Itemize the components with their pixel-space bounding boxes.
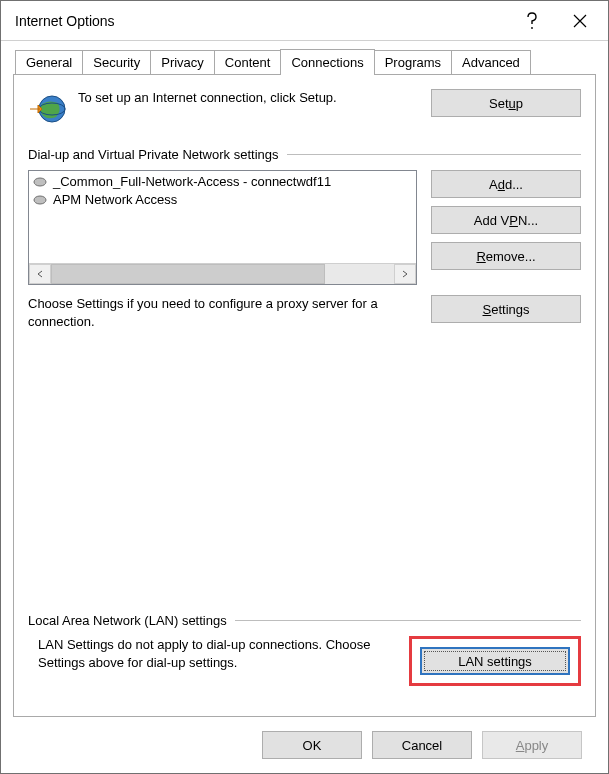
list-item-label: _Common_Full-Network-Access - connectwdf… — [53, 173, 331, 191]
globe-icon — [28, 89, 68, 129]
connection-icon — [33, 194, 47, 206]
tab-body-connections: To set up an Internet connection, click … — [13, 74, 596, 717]
add-button[interactable]: Add... — [431, 170, 581, 198]
svg-point-0 — [531, 27, 533, 29]
internet-options-dialog: Internet Options General Security Privac… — [0, 0, 609, 774]
dvpn-group-label: Dial-up and Virtual Private Network sett… — [28, 147, 279, 162]
apply-button[interactable]: Apply — [482, 731, 582, 759]
ok-button[interactable]: OK — [262, 731, 362, 759]
lan-settings-button[interactable]: LAN settings — [420, 647, 570, 675]
svg-point-4 — [34, 196, 46, 204]
dialog-footer: OK Cancel Apply — [13, 717, 596, 773]
lan-group: Local Area Network (LAN) settings LAN Se… — [28, 595, 581, 686]
connections-listbox[interactable]: _Common_Full-Network-Access - connectwdf… — [28, 170, 417, 285]
dvpn-body: _Common_Full-Network-Access - connectwdf… — [28, 170, 581, 285]
setup-instruction: To set up an Internet connection, click … — [78, 89, 421, 107]
tab-advanced[interactable]: Advanced — [451, 50, 531, 74]
tab-security[interactable]: Security — [82, 50, 151, 74]
divider — [287, 154, 582, 155]
divider — [235, 620, 581, 621]
lan-group-header: Local Area Network (LAN) settings — [28, 613, 581, 628]
list-item[interactable]: APM Network Access — [33, 191, 412, 209]
window-title: Internet Options — [15, 13, 508, 29]
tab-general[interactable]: General — [15, 50, 83, 74]
add-vpn-button[interactable]: Add VPN... — [431, 206, 581, 234]
close-icon — [573, 14, 587, 28]
tab-programs[interactable]: Programs — [374, 50, 452, 74]
chevron-right-icon — [401, 270, 409, 278]
title-bar: Internet Options — [1, 1, 608, 41]
help-button[interactable] — [508, 1, 556, 41]
dvpn-group-header: Dial-up and Virtual Private Network sett… — [28, 147, 581, 162]
tab-privacy[interactable]: Privacy — [150, 50, 215, 74]
scroll-track[interactable] — [51, 264, 394, 284]
lan-button-highlight: LAN settings — [409, 636, 581, 686]
chevron-left-icon — [36, 270, 44, 278]
scroll-left-button[interactable] — [29, 264, 51, 284]
tab-strip: General Security Privacy Content Connect… — [15, 49, 596, 74]
setup-row: To set up an Internet connection, click … — [28, 89, 581, 129]
lan-group-label: Local Area Network (LAN) settings — [28, 613, 227, 628]
settings-button[interactable]: Settings — [431, 295, 581, 323]
horizontal-scrollbar[interactable] — [29, 263, 416, 284]
remove-button[interactable]: Remove... — [431, 242, 581, 270]
lan-body: LAN Settings do not apply to dial-up con… — [28, 636, 581, 686]
connections-items: _Common_Full-Network-Access - connectwdf… — [29, 171, 416, 263]
cancel-button[interactable]: Cancel — [372, 731, 472, 759]
scroll-right-button[interactable] — [394, 264, 416, 284]
svg-point-3 — [34, 178, 46, 186]
scroll-thumb[interactable] — [51, 264, 325, 284]
proxy-hint-row: Choose Settings if you need to configure… — [28, 295, 581, 330]
tab-connections[interactable]: Connections — [280, 49, 374, 75]
list-item[interactable]: _Common_Full-Network-Access - connectwdf… — [33, 173, 412, 191]
connection-icon — [33, 176, 47, 188]
help-icon — [525, 12, 539, 30]
dvpn-button-stack: Add... Add VPN... Remove... — [431, 170, 581, 285]
client-area: General Security Privacy Content Connect… — [1, 41, 608, 773]
close-button[interactable] — [556, 1, 604, 41]
lan-hint-text: LAN Settings do not apply to dial-up con… — [28, 636, 395, 671]
setup-button[interactable]: Setup — [431, 89, 581, 117]
proxy-hint-text: Choose Settings if you need to configure… — [28, 295, 417, 330]
list-item-label: APM Network Access — [53, 191, 177, 209]
tab-content[interactable]: Content — [214, 50, 282, 74]
